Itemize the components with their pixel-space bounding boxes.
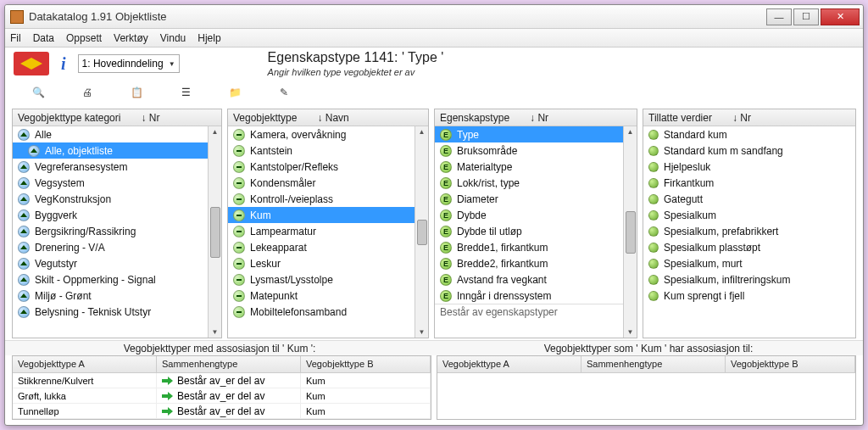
- list-item[interactable]: Miljø - Grønt: [13, 288, 208, 304]
- list-item[interactable]: EType: [435, 126, 623, 142]
- col-vegobjekttype-b[interactable]: Vegobjekttype B: [726, 356, 855, 372]
- table-row[interactable]: Grøft, lukkaBestår av_er del avKum: [13, 388, 431, 404]
- scroll-thumb[interactable]: [417, 220, 427, 245]
- cell-b: Kum: [301, 388, 431, 403]
- list-item[interactable]: Kum sprengt i fjell: [643, 288, 855, 304]
- list-item[interactable]: Vegsystem: [13, 175, 208, 191]
- scroll-up-icon[interactable]: ▲: [212, 128, 219, 136]
- col-sammenhengtype[interactable]: Sammenhengtype: [157, 356, 301, 372]
- list-item[interactable]: Drenering - V/A: [13, 239, 208, 255]
- list-item[interactable]: Standard kum: [643, 126, 855, 142]
- pencil-icon[interactable]: ✎: [276, 85, 292, 100]
- scroll-up-icon[interactable]: ▲: [419, 128, 426, 136]
- list-item[interactable]: EInngår i drenssystem: [435, 288, 623, 304]
- list-item[interactable]: Leskur: [228, 255, 415, 271]
- list-item[interactable]: Lekeapparat: [228, 239, 415, 255]
- list-item[interactable]: Kondensmåler: [228, 175, 415, 191]
- col-vegobjekttype-a[interactable]: Vegobjekttype A: [13, 356, 157, 372]
- titlebar[interactable]: Datakatalog 1.91 Objektliste — ☐ ✕: [5, 5, 863, 29]
- list-item[interactable]: EBredde2, firkantkum: [435, 255, 623, 271]
- col-vegobjekttype-b[interactable]: Vegobjekttype B: [301, 356, 431, 372]
- panel-egenskapstype-header[interactable]: Egenskapstype ↓ Nr: [435, 109, 637, 126]
- panel-kategori-header[interactable]: Vegobjekttype kategori ↓ Nr: [13, 109, 221, 126]
- list-item[interactable]: Matepunkt: [228, 288, 415, 304]
- menu-vindu[interactable]: Vindu: [160, 32, 186, 44]
- clipboard-icon[interactable]: 📋: [129, 85, 144, 100]
- list-item[interactable]: Vegutstyr: [13, 255, 208, 271]
- maximize-button[interactable]: ☐: [793, 8, 819, 25]
- scroll-up-icon[interactable]: ▲: [627, 128, 634, 136]
- col-vegobjekttype-a[interactable]: Vegobjekttype A: [437, 356, 581, 372]
- list-item[interactable]: Spesialkum: [643, 207, 855, 223]
- scroll-down-icon[interactable]: ▼: [419, 328, 426, 336]
- dot-icon: [648, 226, 659, 237]
- egenskapstype-list[interactable]: ETypeEBruksområdeEMaterialtypeELokk/rist…: [435, 126, 623, 338]
- tree-icon[interactable]: 📁: [227, 85, 242, 100]
- list-item-label: Lokk/rist, type: [457, 177, 520, 189]
- vegobjekttype-list[interactable]: Kamera, overvåkningKantsteinKantstolper/…: [228, 126, 415, 338]
- scroll-thumb[interactable]: [626, 211, 636, 254]
- list-item[interactable]: EDybde: [435, 207, 623, 223]
- scrollbar[interactable]: ▲ ▼: [415, 126, 428, 338]
- list-item[interactable]: Alle, objektliste: [13, 142, 208, 159]
- list-item[interactable]: Standard kum m sandfang: [643, 142, 855, 159]
- list-item[interactable]: Kum: [228, 207, 415, 223]
- list-item[interactable]: VegKonstruksjon: [13, 191, 208, 207]
- list-item[interactable]: EBredde1, firkantkum: [435, 239, 623, 255]
- list-item[interactable]: ELokk/rist, type: [435, 175, 623, 191]
- panel-vegobjekttype-header[interactable]: Vegobjekttype ↓ Navn: [228, 109, 428, 126]
- scroll-down-icon[interactable]: ▼: [627, 328, 634, 336]
- list-item[interactable]: Skilt - Oppmerking - Signal: [13, 271, 208, 288]
- list-item[interactable]: EBruksområde: [435, 142, 623, 159]
- list-item[interactable]: Spesialkum, prefabrikkert: [643, 223, 855, 239]
- menu-verktoy[interactable]: Verktøy: [114, 32, 148, 44]
- e-icon: E: [440, 226, 452, 237]
- list-item[interactable]: Kamera, overvåkning: [228, 126, 415, 142]
- menu-fil[interactable]: Fil: [10, 32, 21, 44]
- list-item[interactable]: Hjelpesluk: [643, 159, 855, 175]
- list-item-label: Spesialkum plasstøpt: [664, 242, 760, 254]
- list-item[interactable]: Mobiltelefonsamband: [228, 304, 415, 320]
- print-icon[interactable]: 🖨: [80, 85, 95, 100]
- list-item[interactable]: Belysning - Teknisk Utstyr: [13, 304, 208, 320]
- list-item[interactable]: Lampearmatur: [228, 223, 415, 239]
- list-item[interactable]: EDybde til utløp: [435, 223, 623, 239]
- table-row[interactable]: Stikkrenne/KulvertBestår av_er del avKum: [13, 373, 431, 388]
- panel-tillatte-header[interactable]: Tillatte verdier ↓ Nr: [643, 109, 855, 126]
- list-item[interactable]: Byggverk: [13, 207, 208, 223]
- list-item[interactable]: Bergsikring/Rassikring: [13, 223, 208, 239]
- close-button[interactable]: ✕: [821, 8, 860, 25]
- table-header[interactable]: Vegobjekttype A Sammenhengtype Vegobjekt…: [13, 356, 431, 373]
- menu-hjelp[interactable]: Hjelp: [198, 32, 220, 44]
- binoculars-icon[interactable]: 🔍: [31, 85, 46, 100]
- list-item[interactable]: Vegreferansesystem: [13, 159, 208, 175]
- list-item[interactable]: Kontroll-/veieplass: [228, 191, 415, 207]
- list-item[interactable]: Lysmast/Lysstolpe: [228, 271, 415, 288]
- list-item[interactable]: Kantstolper/Refleks: [228, 159, 415, 175]
- tillatte-list[interactable]: Standard kumStandard kum m sandfangHjelp…: [643, 126, 855, 338]
- hovedinndeling-dropdown[interactable]: 1: Hovedinndeling ▼: [78, 54, 180, 73]
- kategori-list[interactable]: AlleAlle, objektlisteVegreferansesystemV…: [13, 126, 208, 338]
- list-item[interactable]: Kantstein: [228, 142, 415, 159]
- scroll-thumb[interactable]: [210, 207, 220, 258]
- scrollbar[interactable]: ▲ ▼: [208, 126, 221, 338]
- list-item[interactable]: EAvstand fra vegkant: [435, 271, 623, 288]
- scroll-down-icon[interactable]: ▼: [212, 328, 219, 336]
- list-item[interactable]: Alle: [13, 126, 208, 142]
- scrollbar[interactable]: ▲ ▼: [623, 126, 637, 338]
- table-header[interactable]: Vegobjekttype A Sammenhengtype Vegobjekt…: [437, 356, 855, 373]
- info-icon[interactable]: i: [61, 54, 66, 74]
- col-sammenhengtype[interactable]: Sammenhengtype: [581, 356, 726, 372]
- list-item[interactable]: Spesialkum, murt: [643, 255, 855, 271]
- list-icon[interactable]: ☰: [178, 85, 193, 100]
- list-item[interactable]: EMaterialtype: [435, 159, 623, 175]
- list-item[interactable]: Spesialkum plasstøpt: [643, 239, 855, 255]
- minimize-button[interactable]: —: [766, 8, 792, 25]
- list-item[interactable]: Firkantkum: [643, 175, 855, 191]
- list-item[interactable]: Gategutt: [643, 191, 855, 207]
- list-item[interactable]: EDiameter: [435, 191, 623, 207]
- list-item[interactable]: Spesialkum, infiltreringskum: [643, 271, 855, 288]
- table-row[interactable]: TunnelløpBestår av_er del avKum: [13, 404, 431, 419]
- menu-oppsett[interactable]: Oppsett: [66, 32, 102, 44]
- menu-data[interactable]: Data: [33, 32, 54, 44]
